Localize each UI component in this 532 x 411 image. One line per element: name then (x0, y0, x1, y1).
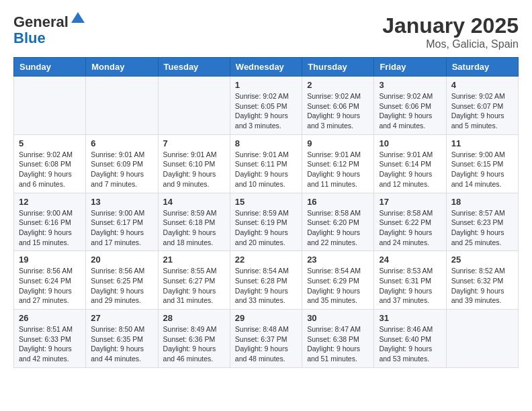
day-number: 18 (451, 197, 513, 207)
calendar-day-20: 20Sunrise: 8:56 AMSunset: 6:25 PMDayligh… (86, 251, 158, 310)
day-info: Sunrise: 9:01 AMSunset: 6:12 PMDaylight:… (307, 150, 369, 189)
calendar-day-12: 12Sunrise: 9:00 AMSunset: 6:16 PMDayligh… (14, 193, 86, 251)
day-number: 1 (235, 80, 297, 90)
day-info: Sunrise: 8:54 AMSunset: 6:29 PMDaylight:… (307, 266, 369, 306)
day-info: Sunrise: 9:01 AMSunset: 6:14 PMDaylight:… (379, 150, 441, 189)
calendar-day-1: 1Sunrise: 9:02 AMSunset: 6:05 PMDaylight… (230, 77, 302, 135)
day-info: Sunrise: 8:52 AMSunset: 6:32 PMDaylight:… (451, 266, 513, 306)
calendar-day-7: 7Sunrise: 9:01 AMSunset: 6:10 PMDaylight… (158, 134, 230, 193)
day-header-thursday: Thursday (302, 58, 374, 77)
day-header-sunday: Sunday (14, 58, 86, 77)
svg-marker-0 (71, 12, 85, 23)
calendar-day-13: 13Sunrise: 9:00 AMSunset: 6:17 PMDayligh… (86, 193, 158, 251)
logo: General Blue (13, 13, 86, 46)
day-info: Sunrise: 8:46 AMSunset: 6:40 PMDaylight:… (379, 324, 441, 364)
calendar-day-5: 5Sunrise: 9:02 AMSunset: 6:08 PMDaylight… (14, 134, 86, 193)
day-number: 9 (307, 138, 369, 148)
calendar-empty-cell (86, 77, 158, 135)
day-number: 29 (235, 313, 297, 323)
calendar-empty-cell (158, 77, 230, 135)
day-number: 4 (451, 80, 513, 90)
day-header-tuesday: Tuesday (158, 58, 230, 77)
day-info: Sunrise: 9:02 AMSunset: 6:06 PMDaylight:… (379, 91, 441, 131)
day-number: 16 (307, 197, 369, 207)
day-number: 20 (91, 255, 152, 265)
day-number: 30 (307, 313, 369, 323)
day-info: Sunrise: 8:58 AMSunset: 6:22 PMDaylight:… (379, 208, 441, 248)
day-number: 26 (19, 313, 81, 323)
day-number: 17 (379, 197, 441, 207)
calendar-day-21: 21Sunrise: 8:55 AMSunset: 6:27 PMDayligh… (158, 251, 230, 310)
calendar-day-18: 18Sunrise: 8:57 AMSunset: 6:23 PMDayligh… (446, 193, 518, 251)
calendar-day-27: 27Sunrise: 8:50 AMSunset: 6:35 PMDayligh… (86, 310, 158, 368)
day-number: 14 (163, 197, 225, 207)
day-info: Sunrise: 9:01 AMSunset: 6:10 PMDaylight:… (163, 150, 225, 189)
logo-blue: Blue (13, 30, 46, 46)
calendar-day-25: 25Sunrise: 8:52 AMSunset: 6:32 PMDayligh… (446, 251, 518, 310)
day-number: 23 (307, 255, 369, 265)
day-info: Sunrise: 8:50 AMSunset: 6:35 PMDaylight:… (91, 324, 152, 364)
day-info: Sunrise: 8:51 AMSunset: 6:33 PMDaylight:… (19, 324, 81, 364)
day-info: Sunrise: 9:00 AMSunset: 6:17 PMDaylight:… (91, 208, 152, 248)
calendar-day-24: 24Sunrise: 8:53 AMSunset: 6:31 PMDayligh… (374, 251, 446, 310)
calendar-day-17: 17Sunrise: 8:58 AMSunset: 6:22 PMDayligh… (374, 193, 446, 251)
day-info: Sunrise: 8:56 AMSunset: 6:25 PMDaylight:… (91, 266, 152, 306)
day-info: Sunrise: 8:48 AMSunset: 6:37 PMDaylight:… (235, 324, 297, 364)
calendar-day-2: 2Sunrise: 9:02 AMSunset: 6:06 PMDaylight… (302, 77, 374, 135)
day-info: Sunrise: 9:02 AMSunset: 6:07 PMDaylight:… (451, 91, 513, 131)
day-info: Sunrise: 9:02 AMSunset: 6:05 PMDaylight:… (235, 91, 297, 131)
calendar-week-row: 1Sunrise: 9:02 AMSunset: 6:05 PMDaylight… (14, 77, 519, 135)
day-number: 11 (451, 138, 513, 148)
calendar-week-row: 19Sunrise: 8:56 AMSunset: 6:24 PMDayligh… (14, 251, 519, 310)
page-header: General Blue January 2025 Mos, Galicia, … (13, 13, 519, 50)
day-info: Sunrise: 8:55 AMSunset: 6:27 PMDaylight:… (163, 266, 225, 306)
day-header-friday: Friday (374, 58, 446, 77)
day-header-monday: Monday (86, 58, 158, 77)
calendar-day-30: 30Sunrise: 8:47 AMSunset: 6:38 PMDayligh… (302, 310, 374, 368)
calendar-day-22: 22Sunrise: 8:54 AMSunset: 6:28 PMDayligh… (230, 251, 302, 310)
calendar-day-26: 26Sunrise: 8:51 AMSunset: 6:33 PMDayligh… (14, 310, 86, 368)
day-info: Sunrise: 9:02 AMSunset: 6:08 PMDaylight:… (19, 150, 81, 189)
day-header-saturday: Saturday (446, 58, 518, 77)
calendar-day-29: 29Sunrise: 8:48 AMSunset: 6:37 PMDayligh… (230, 310, 302, 368)
day-number: 3 (379, 80, 441, 90)
day-info: Sunrise: 9:00 AMSunset: 6:15 PMDaylight:… (451, 150, 513, 189)
day-info: Sunrise: 8:58 AMSunset: 6:20 PMDaylight:… (307, 208, 369, 248)
title-block: January 2025 Mos, Galicia, Spain (382, 13, 519, 50)
calendar-week-row: 12Sunrise: 9:00 AMSunset: 6:16 PMDayligh… (14, 193, 519, 251)
calendar-day-10: 10Sunrise: 9:01 AMSunset: 6:14 PMDayligh… (374, 134, 446, 193)
calendar-subtitle: Mos, Galicia, Spain (382, 38, 519, 50)
calendar-empty-cell (446, 310, 518, 368)
calendar-header-row: SundayMondayTuesdayWednesdayThursdayFrid… (14, 58, 519, 77)
calendar-day-19: 19Sunrise: 8:56 AMSunset: 6:24 PMDayligh… (14, 251, 86, 310)
day-info: Sunrise: 8:59 AMSunset: 6:19 PMDaylight:… (235, 208, 297, 248)
day-info: Sunrise: 8:56 AMSunset: 6:24 PMDaylight:… (19, 266, 81, 306)
calendar-day-6: 6Sunrise: 9:01 AMSunset: 6:09 PMDaylight… (86, 134, 158, 193)
day-header-wednesday: Wednesday (230, 58, 302, 77)
calendar-day-16: 16Sunrise: 8:58 AMSunset: 6:20 PMDayligh… (302, 193, 374, 251)
day-number: 25 (451, 255, 513, 265)
day-info: Sunrise: 9:00 AMSunset: 6:16 PMDaylight:… (19, 208, 81, 248)
day-info: Sunrise: 9:01 AMSunset: 6:09 PMDaylight:… (91, 150, 152, 189)
day-info: Sunrise: 8:54 AMSunset: 6:28 PMDaylight:… (235, 266, 297, 306)
day-number: 2 (307, 80, 369, 90)
logo-icon (70, 11, 86, 27)
calendar-day-9: 9Sunrise: 9:01 AMSunset: 6:12 PMDaylight… (302, 134, 374, 193)
day-number: 8 (235, 138, 297, 148)
day-number: 21 (163, 255, 225, 265)
calendar-day-3: 3Sunrise: 9:02 AMSunset: 6:06 PMDaylight… (374, 77, 446, 135)
calendar-day-31: 31Sunrise: 8:46 AMSunset: 6:40 PMDayligh… (374, 310, 446, 368)
day-number: 31 (379, 313, 441, 323)
calendar-day-23: 23Sunrise: 8:54 AMSunset: 6:29 PMDayligh… (302, 251, 374, 310)
calendar-day-8: 8Sunrise: 9:01 AMSunset: 6:11 PMDaylight… (230, 134, 302, 193)
calendar-table: SundayMondayTuesdayWednesdayThursdayFrid… (13, 57, 519, 368)
calendar-empty-cell (14, 77, 86, 135)
day-number: 12 (19, 197, 81, 207)
day-info: Sunrise: 9:01 AMSunset: 6:11 PMDaylight:… (235, 150, 297, 189)
day-info: Sunrise: 8:57 AMSunset: 6:23 PMDaylight:… (451, 208, 513, 248)
day-number: 10 (379, 138, 441, 148)
calendar-day-4: 4Sunrise: 9:02 AMSunset: 6:07 PMDaylight… (446, 77, 518, 135)
calendar-week-row: 5Sunrise: 9:02 AMSunset: 6:08 PMDaylight… (14, 134, 519, 193)
day-number: 5 (19, 138, 81, 148)
day-number: 15 (235, 197, 297, 207)
